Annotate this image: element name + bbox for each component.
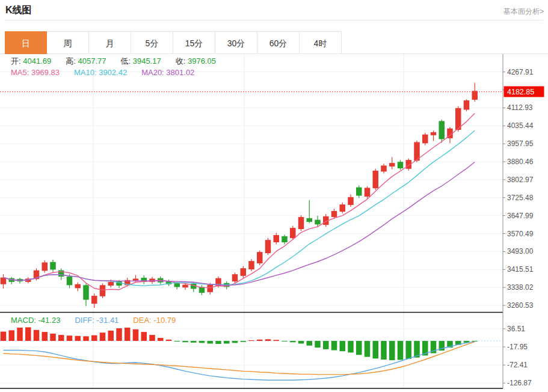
macd-hist-bar xyxy=(381,341,387,360)
candle-body xyxy=(307,218,313,222)
candle-body xyxy=(340,204,346,212)
candle-body xyxy=(431,132,437,135)
candle-body xyxy=(422,135,428,144)
price-tick-label: 3647.99 xyxy=(507,212,534,220)
price-tick-label: 3415.51 xyxy=(507,265,534,274)
header-divider xyxy=(5,20,543,20)
candle-body xyxy=(174,283,180,287)
candle-body xyxy=(290,228,296,238)
macd-hist-bar xyxy=(331,341,337,350)
macd-hist-bar xyxy=(373,341,379,358)
candle-body xyxy=(208,285,214,292)
macd-tick-label: -17.95 xyxy=(507,343,528,351)
macd-hist-bar xyxy=(158,338,164,341)
macd-hist-bar xyxy=(25,327,31,341)
candle-body xyxy=(75,284,81,289)
candle-body xyxy=(248,261,254,269)
macd-hist-bar xyxy=(58,335,64,341)
macd-hist-bar xyxy=(323,341,329,349)
candle-body xyxy=(373,171,379,188)
candle-body xyxy=(67,277,73,285)
candle-body xyxy=(298,217,304,229)
macd-hist-bar xyxy=(174,341,180,341)
macd-hist-bar xyxy=(340,341,346,351)
candle-body xyxy=(100,285,106,296)
macd-hist-bar xyxy=(356,341,362,355)
candle-body xyxy=(381,165,387,171)
macd-hist-bar xyxy=(315,341,321,348)
kline-macd-chart[interactable]: 4267.914190.424112.934035.443957.953880.… xyxy=(0,53,548,392)
price-tick-label: 3802.97 xyxy=(507,176,534,184)
tab-日[interactable]: 日 xyxy=(5,31,47,54)
macd-hist-bar xyxy=(108,331,114,341)
macd-hist-bar xyxy=(257,340,263,341)
macd-hist-bar xyxy=(182,341,188,342)
macd-hist-bar xyxy=(149,335,155,341)
macd-hist-bar xyxy=(199,341,205,343)
macd-hist-bar xyxy=(116,328,122,341)
candle-body xyxy=(356,188,362,196)
macd-hist-bar xyxy=(100,332,106,341)
diff-line xyxy=(4,341,475,380)
macd-row-item-0: MACD: -41.23 xyxy=(11,316,60,325)
candle-body xyxy=(348,197,354,205)
macd-tick-label: -72.41 xyxy=(507,361,528,369)
tab-60分[interactable]: 60分 xyxy=(257,31,300,54)
candle-body xyxy=(389,163,395,167)
macd-hist-bar xyxy=(248,340,254,341)
macd-hist-bar xyxy=(83,336,89,341)
candle-body xyxy=(42,263,48,271)
macd-hist-bar xyxy=(224,341,230,343)
ohlc-row-item-3: 收: 3976.05 xyxy=(176,56,216,67)
tab-15分[interactable]: 15分 xyxy=(173,31,215,54)
candle-body xyxy=(398,162,404,168)
macd-hist-bar xyxy=(389,341,395,360)
macd-hist-bar xyxy=(232,341,238,343)
candle-body xyxy=(241,268,247,276)
macd-hist-bar xyxy=(290,341,296,342)
candle-body xyxy=(282,236,288,242)
candle-body xyxy=(50,262,56,270)
macd-hist-bar xyxy=(1,332,7,341)
ma-row-item-2: MA20: 3801.02 xyxy=(141,68,194,77)
candle-body xyxy=(365,188,371,197)
candle-body xyxy=(1,278,7,284)
macd-hist-bar xyxy=(398,341,404,360)
macd-hist-bar xyxy=(133,329,139,341)
macd-hist-bar xyxy=(348,341,354,352)
macd-hist-bar xyxy=(91,335,97,341)
ma-line-ma20 xyxy=(4,162,475,285)
candle-body xyxy=(91,296,97,304)
macd-hist-bar xyxy=(472,341,478,341)
macd-hist-bar xyxy=(241,341,247,342)
macd-hist-bar xyxy=(141,332,147,341)
ma-row-item-1: MA10: 3902.42 xyxy=(74,68,127,77)
ohlc-readout: 开: 4041.69高: 4057.77低: 3945.17收: 3976.05 xyxy=(11,56,230,67)
macd-hist-bar xyxy=(75,336,81,341)
candle-body xyxy=(472,91,478,100)
price-tick-label: 3570.49 xyxy=(507,230,534,238)
macd-tick-label: 36.51 xyxy=(507,325,525,333)
candle-body xyxy=(315,220,321,225)
macd-hist-bar xyxy=(9,330,15,341)
ohlc-row-item-1: 高: 4057.77 xyxy=(66,56,106,67)
candle-body xyxy=(274,235,280,242)
macd-hist-bar xyxy=(67,335,73,341)
price-tick-label: 3880.46 xyxy=(507,158,534,166)
tab-月[interactable]: 月 xyxy=(89,31,131,54)
tab-4时[interactable]: 4时 xyxy=(300,31,342,54)
macd-hist-bar xyxy=(17,328,23,341)
ma-line-ma5 xyxy=(4,114,475,290)
macd-hist-bar xyxy=(42,332,48,341)
tab-周[interactable]: 周 xyxy=(47,31,89,54)
tab-30分[interactable]: 30分 xyxy=(215,31,257,54)
candle-body xyxy=(265,240,271,253)
ma-line-ma10 xyxy=(4,130,475,286)
price-tick-label: 3957.95 xyxy=(507,139,534,148)
price-tick-label: 3725.48 xyxy=(507,194,534,202)
ohlc-row-item-2: 低: 3945.17 xyxy=(120,56,161,67)
fundamental-analysis-link[interactable]: 基本面分析> xyxy=(503,7,544,17)
tab-5分[interactable]: 5分 xyxy=(131,31,173,54)
timeframe-tab-bar: 日周月5分15分30分60分4时 xyxy=(5,31,342,54)
ohlc-row-item-0: 开: 4041.69 xyxy=(11,56,51,67)
